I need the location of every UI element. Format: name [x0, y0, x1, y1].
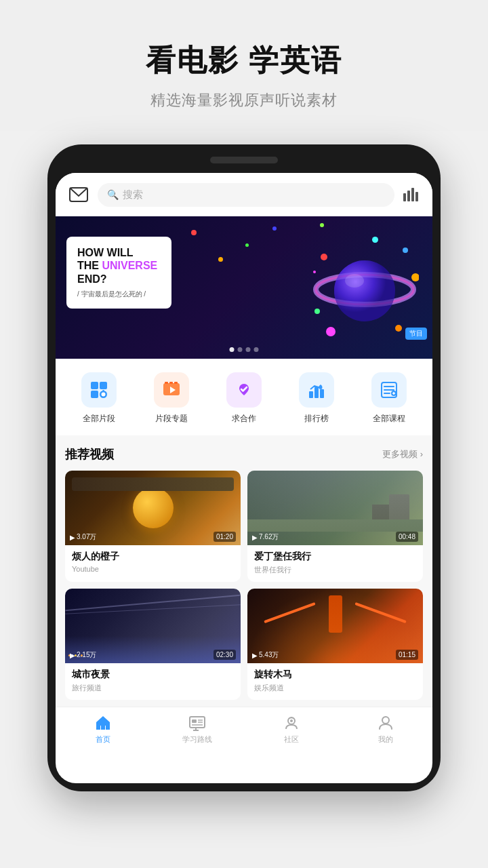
video-title-1: 烦人的橙子: [72, 551, 234, 563]
nav-learning[interactable]: 学习路线: [150, 714, 244, 745]
video-card-1[interactable]: ▶ 3.07万 01:20 烦人的橙子 Youtube: [65, 471, 241, 582]
chart-icon[interactable]: [401, 184, 422, 205]
banner-dot-4[interactable]: [254, 347, 259, 352]
main-subtitle: 精选海量影视原声听说素材: [0, 90, 488, 111]
video-source-1: Youtube: [72, 565, 234, 573]
quick-actions: 全部片段 片段专题: [56, 359, 432, 435]
video-duration-4: 01:15: [396, 650, 418, 660]
cooperate-label: 求合作: [232, 413, 256, 425]
svg-rect-27: [309, 391, 313, 398]
svg-point-47: [290, 719, 293, 722]
video-views-3: ▶ 2.15万: [70, 650, 96, 660]
svg-point-20: [101, 393, 105, 397]
search-icon: 🔍: [107, 189, 119, 200]
svg-point-11: [403, 248, 408, 253]
nav-home-label: 首页: [96, 734, 110, 745]
video-info-1: 烦人的橙子 Youtube: [65, 545, 241, 580]
search-input[interactable]: 🔍 搜索: [98, 183, 394, 207]
video-title-4: 旋转木马: [254, 669, 416, 681]
recommended-section: 推荐视频 更多视频 › ▶ 3.07万 01:20: [56, 435, 432, 707]
clip-topics-icon-wrap: [154, 372, 189, 408]
svg-point-10: [321, 254, 327, 260]
svg-rect-21: [102, 390, 104, 392]
video-source-2: 世界任我行: [254, 565, 416, 575]
top-section: 看电影 学英语 精选海量影视原声听说素材: [0, 0, 488, 131]
banner-dots: [230, 347, 259, 352]
action-all-courses[interactable]: 全部课程: [369, 372, 409, 425]
action-clip-topics[interactable]: 片段专题: [151, 372, 192, 425]
video-overlay-2: ▶ 7.62万 00:48: [247, 528, 423, 545]
mail-icon[interactable]: [66, 182, 91, 207]
video-info-2: 爱丁堡任我行 世界任我行: [247, 545, 423, 582]
video-card-2[interactable]: ▶ 7.62万 00:48 爱丁堡任我行 世界任我行: [247, 471, 423, 582]
section-title: 推荐视频: [65, 446, 114, 462]
ranking-label: 排行榜: [304, 413, 329, 425]
svg-rect-38: [101, 726, 105, 730]
action-ranking[interactable]: 排行榜: [296, 372, 337, 425]
svg-point-15: [395, 325, 402, 332]
banner-planet: [310, 230, 419, 338]
main-title: 看电影 学英语: [0, 41, 488, 81]
nav-home[interactable]: 首页: [56, 714, 150, 745]
svg-point-9: [345, 274, 364, 288]
nav-profile-label: 我的: [378, 734, 393, 745]
svg-rect-2: [407, 191, 410, 201]
svg-rect-4: [415, 192, 418, 201]
phone-frame: 🔍 搜索: [47, 144, 441, 791]
video-info-3: 城市夜景 旅行频道: [65, 663, 241, 700]
community-icon: [283, 714, 300, 732]
all-courses-icon-wrap: [371, 372, 407, 408]
banner-dot-1[interactable]: [230, 347, 235, 352]
video-duration-3: 02:30: [214, 650, 236, 660]
video-thumb-3: ▶ 2.15万 02:30: [65, 589, 241, 663]
action-cooperate[interactable]: 求合作: [224, 372, 264, 425]
video-card-4[interactable]: ▶ 5.43万 01:15 旋转木马 娱乐频道: [247, 589, 423, 700]
video-duration-2: 00:48: [396, 532, 418, 542]
svg-rect-1: [403, 193, 406, 201]
phone-notch: [210, 157, 278, 163]
more-videos-link[interactable]: 更多视频 ›: [382, 448, 423, 460]
banner-line2: THE UNIVERSE: [77, 259, 161, 272]
video-thumb-1: ▶ 3.07万 01:20: [65, 471, 241, 545]
video-title-2: 爱丁堡任我行: [254, 551, 416, 563]
nav-profile[interactable]: 我的: [338, 714, 432, 745]
ranking-icon-wrap: [299, 372, 334, 408]
svg-rect-24: [165, 382, 168, 384]
profile-icon: [377, 714, 394, 732]
nav-learning-label: 学习路线: [182, 734, 212, 745]
video-source-3: 旅行频道: [72, 683, 234, 693]
svg-rect-29: [320, 389, 324, 398]
banner-dot-3[interactable]: [246, 347, 251, 352]
video-overlay-4: ▶ 5.43万 01:15: [247, 646, 423, 663]
video-grid: ▶ 3.07万 01:20 烦人的橙子 Youtube: [65, 471, 423, 700]
banner-universe-text: UNIVERSE: [102, 260, 157, 271]
svg-point-13: [314, 309, 320, 314]
video-views-4: ▶ 5.43万: [252, 650, 279, 660]
action-all-clips[interactable]: 全部片段: [79, 372, 119, 425]
svg-rect-25: [169, 382, 173, 384]
banner-subtitle: / 宇宙最后是怎么死的 /: [77, 290, 161, 299]
svg-point-48: [382, 717, 389, 724]
cooperate-icon-wrap: [226, 372, 262, 408]
video-info-4: 旋转木马 娱乐频道: [247, 663, 423, 700]
nav-community[interactable]: 社区: [244, 714, 338, 745]
all-clips-label: 全部片段: [83, 413, 115, 425]
video-thumb-4: ▶ 5.43万 01:15: [247, 589, 423, 663]
video-thumb-2: ▶ 7.62万 00:48: [247, 471, 423, 545]
banner-tag: 节目: [405, 328, 427, 340]
svg-rect-3: [411, 188, 414, 201]
video-card-3[interactable]: ▶ 2.15万 02:30 城市夜景 旅行频道: [65, 589, 241, 700]
banner[interactable]: HOW WILL THE UNIVERSE END? / 宇宙最后是怎么死的 /…: [56, 216, 432, 359]
bottom-nav: 首页 学习路线: [56, 707, 432, 754]
home-icon: [94, 714, 112, 732]
video-views-2: ▶ 7.62万: [252, 532, 279, 542]
shelf-decoration: [72, 477, 234, 491]
svg-point-8: [334, 260, 395, 321]
video-overlay-3: ▶ 2.15万 02:30: [65, 646, 241, 663]
search-placeholder-text: 搜索: [123, 189, 143, 201]
all-courses-label: 全部课程: [373, 413, 405, 425]
video-views-1: ▶ 3.07万: [70, 532, 96, 542]
svg-rect-18: [91, 391, 98, 398]
phone-screen: 🔍 搜索: [56, 173, 432, 783]
banner-dot-2[interactable]: [238, 347, 243, 352]
